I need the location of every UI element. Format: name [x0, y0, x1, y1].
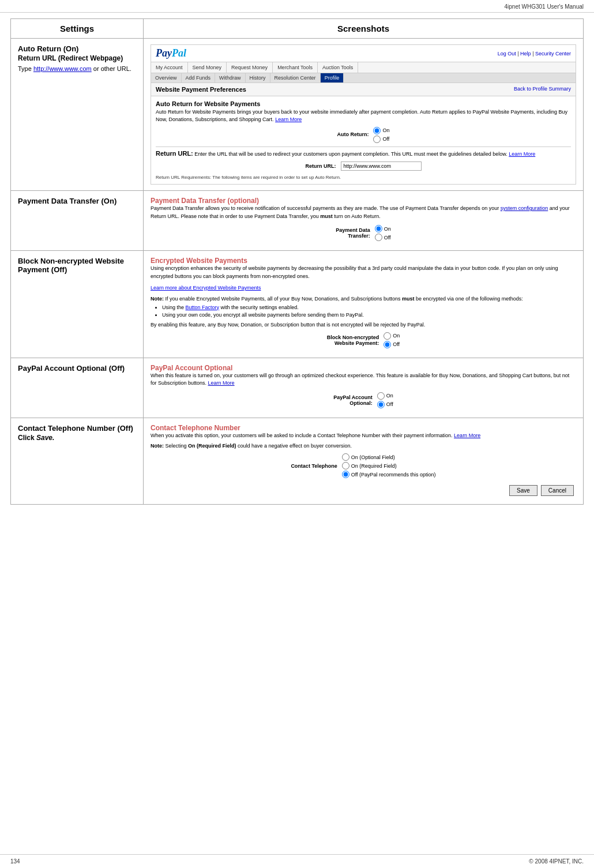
- ct-section: Contact Telephone Number When you activa…: [151, 424, 576, 499]
- nav-request-money[interactable]: Request Money: [227, 62, 273, 73]
- enc-form-row: Block Non-encryptedWebsite Payment: On O…: [151, 332, 576, 348]
- pdt-section: Payment Data Transfer (optional) Payment…: [151, 197, 576, 241]
- page-header: 4ipnet WHG301 User's Manual: [0, 0, 594, 13]
- auto-return-radio-group: On Off: [373, 127, 389, 143]
- pao-title-left: PayPal Account Optional (Off): [18, 364, 136, 373]
- pao-section-body: When this feature is turned on, your cus…: [151, 372, 576, 388]
- ct-subtitle-left: Click Save.: [18, 434, 136, 442]
- security-link[interactable]: Security Center: [535, 51, 571, 57]
- enc-right: Encrypted Website Payments Using encrypt…: [144, 251, 584, 358]
- ct-note: Note: Selecting On (Required Field) coul…: [151, 443, 576, 449]
- ct-off-radio[interactable]: [342, 471, 349, 478]
- pao-section: PayPal Account Optional When this featur…: [151, 364, 576, 408]
- enc-form-label: Block Non-encryptedWebsite Payment:: [327, 335, 379, 346]
- main-table: Settings Screenshots Auto Return (On) Re…: [10, 18, 584, 505]
- paypal-logo: PayPal: [156, 47, 186, 59]
- ct-form-label: Contact Telephone: [291, 463, 337, 469]
- ct-learn-more-link[interactable]: Learn More: [454, 433, 480, 438]
- enc-bullet-1: Using the Button Factory with the securi…: [162, 304, 576, 312]
- table-row: Payment Data Transfer (On) Payment Data …: [11, 191, 584, 251]
- main-content: Settings Screenshots Auto Return (On) Re…: [0, 13, 594, 510]
- return-url-form-row: Return URL:: [156, 161, 571, 171]
- enc-off-radio[interactable]: [384, 341, 391, 348]
- enc-on-radio[interactable]: [384, 332, 391, 340]
- enc-learn-more-link[interactable]: Learn more about Encrypted Website Payme…: [151, 285, 261, 291]
- auto-return-off-label: Off: [382, 136, 389, 143]
- cancel-button[interactable]: Cancel: [541, 485, 574, 496]
- auto-return-link[interactable]: http://www.www.com: [33, 65, 92, 72]
- ct-off-row: Off (PayPal recommends this option): [342, 471, 436, 478]
- nav-auction-tools[interactable]: Auction Tools: [318, 62, 358, 73]
- subnav-resolution[interactable]: Resolution Center: [270, 73, 321, 82]
- auto-return-on-label: On: [382, 127, 389, 134]
- pdt-on-radio[interactable]: [375, 225, 382, 232]
- pao-on-label: On: [386, 393, 393, 399]
- auto-return-on-radio[interactable]: [373, 127, 381, 134]
- auto-return-left: Auto Return (On) Return URL (Redirect We…: [11, 39, 144, 191]
- subnav-add-funds[interactable]: Add Funds: [182, 73, 216, 82]
- enc-off-row: Off: [384, 341, 400, 348]
- return-url-input[interactable]: [341, 161, 422, 171]
- page-number: 134: [10, 858, 20, 865]
- table-row: Contact Telephone Number (Off) Click Sav…: [11, 418, 584, 505]
- auto-return-body: Type http://www.www.com or other URL.: [18, 65, 136, 73]
- pdt-on-label: On: [384, 226, 391, 232]
- button-factory-link[interactable]: Button Factory: [186, 305, 220, 310]
- auto-return-form-row: Auto Return: On Off: [156, 127, 571, 143]
- pao-right: PayPal Account Optional When this featur…: [144, 358, 584, 418]
- pao-off-row: Off: [377, 401, 393, 408]
- pdt-form-label: Payment DataTransfer:: [336, 227, 370, 239]
- ct-right: Contact Telephone Number When you activa…: [144, 418, 584, 505]
- pao-on-row: On: [377, 392, 393, 400]
- nav-send-money[interactable]: Send Money: [188, 62, 227, 73]
- subnav-profile[interactable]: Profile: [321, 73, 344, 82]
- table-row: Block Non-encrypted Website Payment (Off…: [11, 251, 584, 358]
- pdt-off-radio[interactable]: [375, 234, 382, 241]
- pao-section-title: PayPal Account Optional: [151, 364, 576, 372]
- save-button[interactable]: Save: [509, 485, 537, 496]
- table-row: PayPal Account Optional (Off) PayPal Acc…: [11, 358, 584, 418]
- paypal-screenshot: PayPal Log Out | Help | Security Center …: [151, 44, 576, 185]
- auto-return-title: Auto Return (On): [18, 44, 136, 53]
- pdt-on-row: On: [375, 225, 391, 232]
- system-config-link[interactable]: system configuration: [501, 205, 548, 211]
- enc-on-row: On: [384, 332, 400, 340]
- subnav-overview[interactable]: Overview: [151, 73, 182, 82]
- enc-bullet-2: Using your own code, you encrypt all web…: [162, 311, 576, 320]
- learn-more-return-url-link[interactable]: Learn More: [509, 151, 535, 157]
- back-to-profile-link[interactable]: Back to Profile Summary: [514, 86, 571, 92]
- ct-radio-group: On (Optional Field) On (Required Field) …: [342, 453, 436, 478]
- ct-optional-label: On (Optional Field): [351, 454, 395, 460]
- pdt-form-row: Payment DataTransfer: On Off: [151, 225, 576, 241]
- enc-radio-group: On Off: [384, 332, 400, 348]
- enc-on-label: On: [393, 333, 400, 339]
- enc-title-left: Block Non-encrypted Website Payment (Off…: [18, 257, 136, 274]
- ct-optional-radio[interactable]: [342, 453, 349, 461]
- copyright: © 2008 4IPNET, INC.: [529, 858, 584, 865]
- learn-more-auto-return-link[interactable]: Learn More: [275, 117, 302, 122]
- ct-required-radio[interactable]: [342, 462, 349, 469]
- enc-section: Encrypted Website Payments Using encrypt…: [151, 257, 576, 348]
- subnav-history[interactable]: History: [246, 73, 270, 82]
- pp-top-links: Log Out | Help | Security Center: [498, 51, 571, 57]
- pp-page-title: Website Payment Preferences: [156, 86, 246, 93]
- pdt-section-title: Payment Data Transfer (optional): [151, 197, 576, 205]
- nav-my-account[interactable]: My Account: [151, 62, 188, 73]
- pp-page-header: Back to Profile Summary Website Payment …: [151, 83, 576, 96]
- pao-learn-more-link[interactable]: Learn More: [208, 380, 235, 386]
- return-url-requirements: Return URL Requirements: The following i…: [156, 174, 571, 181]
- pdt-title-left: Payment Data Transfer (On): [18, 197, 136, 205]
- save-cancel-row: Save Cancel: [151, 483, 576, 498]
- pao-off-label: Off: [386, 401, 393, 407]
- ct-title-left: Contact Telephone Number (Off): [18, 424, 136, 433]
- auto-return-section-body: Auto Return for Website Payments brings …: [156, 109, 567, 122]
- subnav-withdraw[interactable]: Withdraw: [215, 73, 246, 82]
- logout-link[interactable]: Log Out: [498, 51, 516, 57]
- pao-on-radio[interactable]: [377, 392, 385, 400]
- auto-return-form-label: Auto Return:: [337, 131, 369, 138]
- help-link[interactable]: Help: [520, 51, 531, 57]
- nav-merchant-tools[interactable]: Merchant Tools: [273, 62, 318, 73]
- auto-return-off-radio[interactable]: [373, 136, 381, 143]
- enc-left: Block Non-encrypted Website Payment (Off…: [11, 251, 144, 358]
- pao-off-radio[interactable]: [377, 401, 385, 408]
